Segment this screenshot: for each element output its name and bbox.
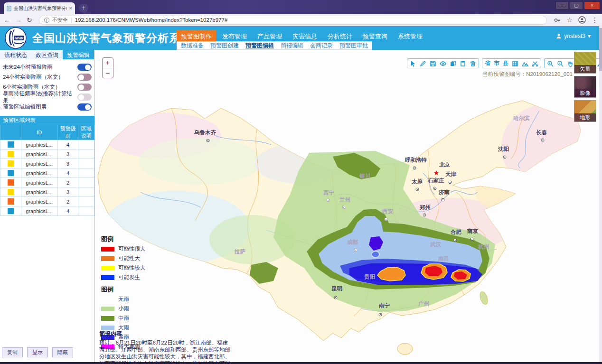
sidebar-button-1[interactable]: 显示 bbox=[27, 347, 48, 357]
app-title: 全国山洪灾害气象预警分析系统 bbox=[32, 31, 192, 46]
sidebar-tabs: 流程状态政区查询预警编辑 bbox=[0, 50, 94, 59]
new-tab-button[interactable]: + bbox=[79, 3, 88, 13]
user-menu[interactable]: ynstest3 ▾ bbox=[556, 33, 591, 39]
menu-item-6[interactable]: 系统管理 bbox=[394, 30, 427, 43]
row-desc-cell bbox=[78, 140, 94, 149]
basemap-layer-2[interactable]: 地形 bbox=[574, 100, 596, 122]
table-row[interactable]: graphicsL...3 bbox=[0, 149, 94, 159]
china-map[interactable]: 乌鲁木齐哈尔滨长春沈阳呼和浩特北京天津太原石家庄济南郑州银川西宁兰州西安合肥南京… bbox=[95, 50, 602, 362]
forward-icon[interactable]: → bbox=[15, 17, 22, 23]
toggle-switch[interactable] bbox=[77, 74, 92, 81]
table-row[interactable]: graphicsL...2 bbox=[0, 178, 94, 187]
reload-icon[interactable]: ↻ bbox=[27, 17, 32, 23]
table-row[interactable]: graphicsL...2 bbox=[0, 197, 94, 206]
submenu-item-3[interactable]: 简报编辑 bbox=[281, 42, 303, 50]
zoom-in-icon[interactable] bbox=[547, 60, 554, 67]
sidebar-button-2[interactable]: 隐藏 bbox=[52, 347, 73, 357]
profile-icon[interactable] bbox=[578, 16, 586, 24]
city-label: 昆明 bbox=[331, 286, 343, 291]
submenu-item-1[interactable]: 预警图创建 bbox=[210, 42, 239, 50]
table-row[interactable]: graphicsL...4 bbox=[0, 140, 94, 149]
grid-icon[interactable] bbox=[512, 60, 518, 67]
terrain-icon[interactable] bbox=[522, 60, 528, 67]
browser-window: 全国山洪灾害气象预警分析软件 × + — ▢ × ← → ↻ i 不安全 | 1… bbox=[0, 0, 602, 364]
submenu-item-0[interactable]: 数据准备 bbox=[181, 42, 204, 50]
zoom-out-button[interactable]: − bbox=[103, 68, 113, 78]
copy-icon[interactable] bbox=[450, 60, 456, 67]
preview-eye-icon[interactable] bbox=[440, 60, 446, 67]
key-icon[interactable] bbox=[554, 17, 561, 24]
sidebar-button-0[interactable]: 复制 bbox=[2, 347, 23, 357]
window-maximize-button[interactable]: ▢ bbox=[570, 1, 583, 9]
basemap-layer-label: 影像 bbox=[574, 89, 596, 97]
submenu-item-5[interactable]: 预警图审批 bbox=[339, 42, 368, 50]
toggle-switch[interactable] bbox=[77, 93, 92, 101]
row-id-cell[interactable]: graphicsL... bbox=[21, 197, 57, 206]
back-icon[interactable]: ← bbox=[4, 17, 10, 23]
toggle-switch[interactable] bbox=[77, 84, 92, 91]
url-text[interactable]: 192.168.200.176/CNMWSWeb/home/index?Toke… bbox=[75, 17, 228, 23]
city-label: 南昌 bbox=[438, 256, 449, 261]
clip-scissors-icon[interactable] bbox=[532, 60, 538, 67]
table-row[interactable]: graphicsL...4 bbox=[0, 206, 94, 216]
table-col-3: 区域说明 bbox=[78, 125, 94, 140]
table-col-2: 预警级别 bbox=[57, 125, 78, 140]
scrollbar-thumb[interactable] bbox=[599, 28, 602, 71]
window-close-button[interactable]: × bbox=[584, 1, 600, 9]
save-icon[interactable] bbox=[430, 60, 436, 67]
city-marker bbox=[354, 249, 357, 252]
bookmark-star-icon[interactable]: ☆ bbox=[566, 17, 573, 23]
browser-tab[interactable]: 全国山洪灾害气象预警分析软件 × bbox=[4, 2, 75, 14]
toggle-switch[interactable] bbox=[77, 64, 92, 71]
delete-trash-icon[interactable] bbox=[470, 60, 476, 67]
city-label: 呼和浩特 bbox=[405, 157, 427, 163]
zoom-in-button[interactable]: + bbox=[103, 58, 113, 68]
row-id-cell[interactable]: graphicsL... bbox=[21, 168, 57, 178]
sidebar-tab-1[interactable]: 政区查询 bbox=[31, 50, 63, 59]
table-row[interactable]: graphicsL...3 bbox=[0, 159, 94, 168]
current-map-number: 当前预警图编号：N2019062120_001 bbox=[482, 71, 573, 78]
city-label: 杭州 bbox=[478, 243, 489, 250]
submenu-item-2[interactable]: 预警图编辑 bbox=[245, 42, 274, 50]
province-select-button[interactable]: 省 bbox=[485, 59, 490, 67]
zoom-out-icon[interactable] bbox=[557, 60, 564, 67]
row-id-cell[interactable]: graphicsL... bbox=[21, 187, 57, 197]
row-color-cell bbox=[0, 178, 21, 187]
draw-pencil-icon[interactable] bbox=[420, 60, 426, 67]
legend-swatch bbox=[101, 307, 114, 311]
paste-icon[interactable] bbox=[460, 60, 466, 67]
city-marker bbox=[342, 206, 345, 209]
info-icon[interactable]: i bbox=[44, 18, 49, 23]
city-marker bbox=[207, 139, 209, 142]
row-desc-cell bbox=[78, 149, 94, 159]
sidebar-tab-2[interactable]: 预警编辑 bbox=[63, 50, 94, 59]
basemap-layer-0[interactable]: 矢量 bbox=[574, 52, 596, 74]
page-scrollbar[interactable] bbox=[599, 26, 602, 362]
city-marker bbox=[385, 218, 387, 221]
select-cursor-icon[interactable] bbox=[410, 60, 416, 67]
table-row[interactable]: graphicsL...4 bbox=[0, 168, 94, 178]
row-id-cell[interactable]: graphicsL... bbox=[21, 140, 57, 149]
basemap-layer-1[interactable]: 影像 bbox=[574, 76, 596, 98]
row-id-cell[interactable]: graphicsL... bbox=[21, 206, 57, 216]
row-id-cell[interactable]: graphicsL... bbox=[21, 159, 57, 168]
toggle-switch[interactable] bbox=[77, 103, 92, 111]
row-color-cell bbox=[0, 197, 21, 206]
sidebar-tab-0[interactable]: 流程状态 bbox=[0, 50, 31, 59]
city-marker bbox=[416, 188, 419, 191]
submenu-item-4[interactable]: 会商记录 bbox=[310, 42, 333, 50]
window-minimize-button[interactable]: — bbox=[555, 1, 569, 9]
address-bar[interactable]: i 不安全 | 192.168.200.176/CNMWSWeb/home/in… bbox=[39, 16, 547, 25]
browser-menu-icon[interactable]: ⋮ bbox=[592, 17, 598, 23]
county-select-button[interactable]: 县 bbox=[503, 59, 508, 67]
map-area[interactable]: 乌鲁木齐哈尔滨长春沈阳呼和浩特北京天津太原石家庄济南郑州银川西宁兰州西安合肥南京… bbox=[95, 50, 602, 362]
tab-close-icon[interactable]: × bbox=[69, 6, 72, 11]
toggle-row-1: 24小时实测降雨（水文） bbox=[3, 72, 92, 82]
pan-hand-icon[interactable] bbox=[567, 60, 574, 67]
toggle-knob bbox=[78, 94, 84, 100]
city-select-button[interactable]: 市 bbox=[494, 59, 499, 67]
row-id-cell[interactable]: graphicsL... bbox=[21, 149, 57, 159]
table-row[interactable]: graphicsL...3 bbox=[0, 187, 94, 197]
row-id-cell[interactable]: graphicsL... bbox=[21, 178, 57, 187]
taiwan-island bbox=[479, 291, 489, 306]
